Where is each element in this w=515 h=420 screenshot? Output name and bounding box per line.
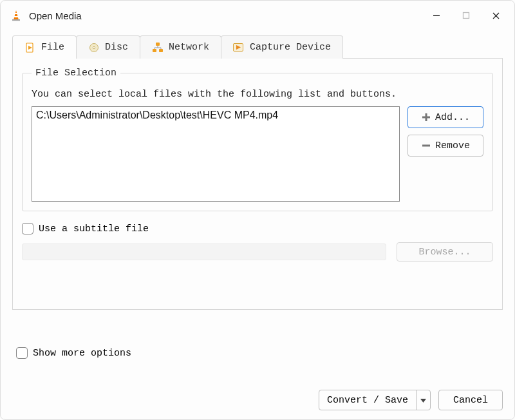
subtitle-checkbox-row: Use a subtitle file: [22, 223, 493, 234]
tab-bar: File Disc Network Capture Device: [12, 35, 503, 59]
tab-disc-label: Disc: [105, 42, 128, 53]
tab-network[interactable]: Network: [140, 35, 221, 59]
convert-save-label[interactable]: Convert / Save: [319, 390, 416, 410]
subtitle-input-row: Browse...: [22, 242, 493, 262]
svg-rect-12: [156, 43, 160, 46]
vlc-cone-icon: [10, 9, 23, 22]
convert-save-button[interactable]: Convert / Save: [319, 390, 431, 410]
minus-icon: [421, 140, 431, 151]
content-area: File Disc Network Capture Device File Se…: [1, 30, 514, 359]
svg-marker-24: [420, 399, 426, 403]
svg-rect-13: [153, 49, 156, 52]
file-selection-group: File Selection You can select local file…: [22, 68, 493, 211]
show-more-options-row: Show more options: [16, 347, 503, 359]
tab-capture-label: Capture Device: [250, 42, 331, 53]
tab-network-label: Network: [169, 42, 209, 53]
add-button[interactable]: Add...: [407, 106, 483, 128]
browse-button-label: Browse...: [418, 247, 471, 258]
tab-file[interactable]: File: [12, 35, 77, 59]
minimize-button[interactable]: [422, 3, 451, 28]
tab-panel-file: File Selection You can select local file…: [12, 59, 503, 310]
svg-rect-14: [159, 49, 163, 52]
subtitle-checkbox-label: Use a subtitle file: [39, 224, 149, 234]
capture-icon: [233, 42, 245, 53]
cancel-button-label: Cancel: [453, 395, 488, 406]
svg-rect-2: [14, 16, 19, 17]
browse-button: Browse...: [397, 242, 493, 262]
remove-button[interactable]: Remove: [407, 135, 483, 157]
svg-rect-3: [12, 19, 20, 21]
file-selection-legend: File Selection: [32, 68, 120, 79]
tab-file-label: File: [41, 42, 64, 53]
show-more-options-label: Show more options: [33, 348, 131, 359]
maximize-button[interactable]: [451, 3, 481, 28]
subtitle-path-input: [22, 243, 386, 260]
window-title: Open Media: [29, 10, 422, 21]
dialog-footer: Convert / Save Cancel: [319, 390, 503, 410]
svg-point-11: [93, 46, 95, 48]
convert-save-dropdown[interactable]: [416, 390, 430, 410]
svg-rect-5: [464, 13, 469, 19]
add-button-label: Add...: [435, 112, 470, 123]
chevron-down-icon: [420, 395, 426, 405]
file-list[interactable]: C:\Users\Administrator\Desktop\test\HEVC…: [32, 106, 400, 202]
tab-disc[interactable]: Disc: [76, 35, 140, 59]
svg-marker-0: [14, 10, 19, 20]
disc-icon: [88, 42, 100, 53]
file-selection-description: You can select local files with the foll…: [32, 89, 483, 100]
svg-rect-1: [14, 13, 18, 14]
network-icon: [152, 42, 164, 53]
file-buttons-column: Add... Remove: [407, 106, 483, 202]
plus-icon: [421, 112, 431, 122]
titlebar: Open Media: [1, 1, 514, 30]
tab-capture[interactable]: Capture Device: [221, 35, 343, 59]
remove-button-label: Remove: [435, 140, 470, 151]
subtitle-checkbox[interactable]: [22, 223, 33, 234]
cancel-button[interactable]: Cancel: [438, 390, 503, 410]
file-icon: [24, 42, 36, 53]
file-list-item[interactable]: C:\Users\Administrator\Desktop\test\HEVC…: [36, 110, 395, 121]
window-controls: [422, 3, 510, 28]
close-button[interactable]: [481, 3, 510, 28]
show-more-options-checkbox[interactable]: [16, 347, 28, 359]
